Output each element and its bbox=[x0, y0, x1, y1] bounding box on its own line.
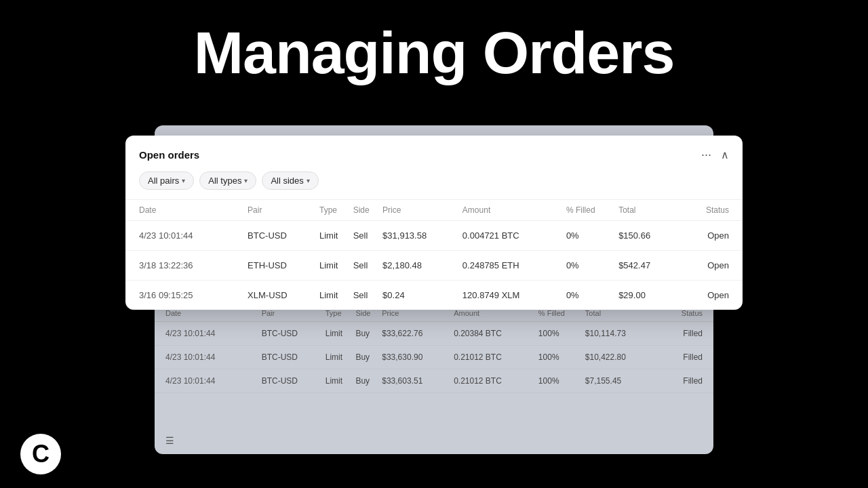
bg-cell-price: $33,603.51 bbox=[382, 369, 454, 393]
all-sides-label: All sides bbox=[271, 176, 303, 186]
cell-type: Limit bbox=[319, 251, 353, 281]
col-date: Date bbox=[125, 200, 248, 221]
bg-cell-date: 4/23 10:01:44 bbox=[155, 346, 262, 369]
bg-cell-pct-filled: 100% bbox=[538, 346, 585, 369]
page-title: Managing Orders bbox=[0, 20, 868, 86]
bg-cell-type: Limit bbox=[326, 346, 356, 369]
table-row: 4/23 10:01:44 BTC-USD Limit Sell $31,913… bbox=[125, 221, 743, 251]
all-types-label: All types bbox=[208, 176, 241, 186]
cell-amount: 0.248785 ETH bbox=[462, 251, 566, 281]
table-row: 4/23 10:01:44 BTC-USD Limit Buy $33,622.… bbox=[155, 322, 713, 346]
open-orders-panel: Open orders ··· ∧ All pairs ▾ All types … bbox=[125, 136, 743, 310]
bg-cell-pct-filled: 100% bbox=[538, 369, 585, 393]
all-pairs-chevron-icon: ▾ bbox=[182, 177, 185, 184]
hamburger-icon[interactable]: ☰ bbox=[165, 435, 174, 446]
bg-cell-date: 4/23 10:01:44 bbox=[155, 369, 262, 393]
bg-cell-pair: BTC-USD bbox=[262, 346, 326, 369]
cell-side: Sell bbox=[353, 251, 382, 281]
all-sides-chevron-icon: ▾ bbox=[307, 177, 310, 184]
bg-cell-pct-filled: 100% bbox=[538, 322, 585, 346]
cell-pct-filled: 0% bbox=[566, 221, 618, 251]
bg-cell-side: Buy bbox=[355, 369, 382, 393]
all-sides-filter[interactable]: All sides ▾ bbox=[262, 171, 318, 190]
col-amount: Amount bbox=[462, 200, 566, 221]
cell-side: Sell bbox=[353, 281, 382, 310]
table-row: 3/16 09:15:25 XLM-USD Limit Sell $0.24 1… bbox=[125, 281, 743, 310]
bg-cell-type: Limit bbox=[326, 369, 356, 393]
col-pair: Pair bbox=[248, 200, 319, 221]
bg-cell-status: Filled bbox=[657, 322, 713, 346]
table-row: 4/23 10:01:44 BTC-USD Limit Buy $33,603.… bbox=[155, 369, 713, 393]
coinbase-logo: C bbox=[20, 434, 61, 474]
cell-amount: 0.004721 BTC bbox=[462, 221, 566, 251]
bg-cell-amount: 0.21012 BTC bbox=[454, 369, 538, 393]
cell-pct-filled: 0% bbox=[566, 281, 618, 310]
all-pairs-label: All pairs bbox=[148, 176, 179, 186]
bg-cell-total: $7,155.45 bbox=[585, 369, 657, 393]
cell-date: 3/16 09:15:25 bbox=[125, 281, 248, 310]
cell-date: 3/18 13:22:36 bbox=[125, 251, 248, 281]
all-types-chevron-icon: ▾ bbox=[244, 177, 248, 184]
panel-menu-button[interactable]: ··· bbox=[697, 146, 715, 163]
bg-cell-pair: BTC-USD bbox=[262, 369, 326, 393]
all-types-filter[interactable]: All types ▾ bbox=[199, 171, 256, 190]
cell-status: Open bbox=[676, 251, 743, 281]
bg-cell-status: Filled bbox=[657, 346, 713, 369]
col-type: Type bbox=[319, 200, 353, 221]
cell-price: $2,180.48 bbox=[382, 251, 462, 281]
cell-status: Open bbox=[676, 281, 743, 310]
all-pairs-filter[interactable]: All pairs ▾ bbox=[139, 171, 194, 190]
bg-cell-amount: 0.21012 BTC bbox=[454, 346, 538, 369]
bg-cell-pair: BTC-USD bbox=[262, 322, 326, 346]
cell-total: $29.00 bbox=[618, 281, 676, 310]
panel-collapse-button[interactable]: ∧ bbox=[721, 148, 729, 161]
cell-pair: BTC-USD bbox=[248, 221, 319, 251]
open-orders-table: Date Pair Type Side Price Amount % Fille… bbox=[125, 199, 743, 310]
bg-cell-total: $10,422.80 bbox=[585, 346, 657, 369]
bg-cell-status: Filled bbox=[657, 369, 713, 393]
col-status: Status bbox=[676, 200, 743, 221]
panel-header: Open orders ··· ∧ bbox=[125, 136, 743, 171]
cell-pct-filled: 0% bbox=[566, 251, 618, 281]
bg-cell-amount: 0.20384 BTC bbox=[454, 322, 538, 346]
open-orders-title: Open orders bbox=[139, 149, 199, 161]
bg-cell-side: Buy bbox=[355, 346, 382, 369]
cell-total: $150.66 bbox=[618, 221, 676, 251]
col-side: Side bbox=[353, 200, 382, 221]
bg-cell-date: 4/23 10:01:44 bbox=[155, 322, 262, 346]
cell-status: Open bbox=[676, 221, 743, 251]
coinbase-c-icon: C bbox=[32, 442, 50, 466]
table-row: 4/23 10:01:44 BTC-USD Limit Buy $33,630.… bbox=[155, 346, 713, 369]
bg-cell-type: Limit bbox=[326, 322, 356, 346]
col-price: Price bbox=[382, 200, 462, 221]
bg-cell-total: $10,114.73 bbox=[585, 322, 657, 346]
bg-orders-table: Date Pair Type Side Price Amount % Fille… bbox=[155, 304, 713, 393]
open-orders-filter-bar: All pairs ▾ All types ▾ All sides ▾ bbox=[125, 171, 743, 199]
bg-cell-side: Buy bbox=[355, 322, 382, 346]
cell-side: Sell bbox=[353, 221, 382, 251]
bg-cell-price: $33,622.76 bbox=[382, 322, 454, 346]
cell-type: Limit bbox=[319, 281, 353, 310]
cell-price: $31,913.58 bbox=[382, 221, 462, 251]
cell-type: Limit bbox=[319, 221, 353, 251]
table-row: 3/18 13:22:36 ETH-USD Limit Sell $2,180.… bbox=[125, 251, 743, 281]
cell-pair: XLM-USD bbox=[248, 281, 319, 310]
cell-price: $0.24 bbox=[382, 281, 462, 310]
cell-amount: 120.8749 XLM bbox=[462, 281, 566, 310]
panel-actions: ··· ∧ bbox=[697, 146, 729, 163]
cell-pair: ETH-USD bbox=[248, 251, 319, 281]
bg-cell-price: $33,630.90 bbox=[382, 346, 454, 369]
col-total: Total bbox=[618, 200, 676, 221]
col-pct-filled: % Filled bbox=[566, 200, 618, 221]
cell-date: 4/23 10:01:44 bbox=[125, 221, 248, 251]
cell-total: $542.47 bbox=[618, 251, 676, 281]
